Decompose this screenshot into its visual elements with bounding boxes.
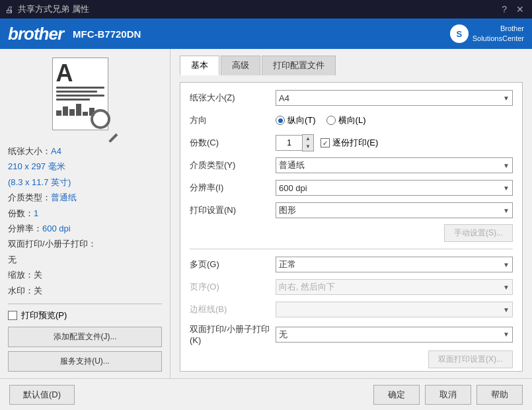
doc-line bbox=[56, 95, 104, 97]
multi-page-dropdown[interactable]: 正常 ▼ bbox=[276, 257, 513, 272]
paper-size-row: 纸张大小(Z) A4 ▼ bbox=[190, 89, 513, 106]
page-order-dropdown[interactable]: 向右, 然后向下 ▼ bbox=[276, 279, 513, 295]
duplex-dropdown[interactable]: 无 ▼ bbox=[276, 327, 513, 343]
doc-line bbox=[56, 91, 97, 93]
info-panel: 纸张大小：A4 210 x 297 毫米 (8.3 x 11.7 英寸) 介质类… bbox=[8, 144, 162, 298]
multi-page-control: 正常 ▼ bbox=[276, 257, 513, 272]
bottom-bar: 默认值(D) 确定 取消 帮助 bbox=[0, 378, 532, 410]
copies-up-button[interactable]: ▲ bbox=[303, 135, 313, 143]
orientation-row: 方向 纵向(T) 横向(L) bbox=[190, 112, 513, 129]
info-media-type: 介质类型：普通纸 bbox=[8, 190, 162, 205]
multi-page-row: 多页(G) 正常 ▼ bbox=[190, 256, 513, 273]
support-button[interactable]: 服务支持(U)... bbox=[8, 351, 162, 372]
resolution-dropdown[interactable]: 600 dpi ▼ bbox=[276, 180, 513, 196]
print-settings-dropdown[interactable]: 图形 ▼ bbox=[276, 202, 513, 218]
dropdown-arrow-icon: ▼ bbox=[503, 331, 510, 338]
dropdown-arrow-icon: ▼ bbox=[503, 207, 510, 214]
copies-control: ▲ ▼ 逐份打印(E) bbox=[276, 134, 513, 151]
paper-size-dropdown[interactable]: A4 ▼ bbox=[276, 90, 513, 106]
page-order-control: 向右, 然后向下 ▼ bbox=[276, 279, 513, 295]
dropdown-arrow-icon: ▼ bbox=[503, 261, 510, 268]
orientation-control: 纵向(T) 横向(L) bbox=[276, 114, 513, 126]
right-panel: 基本 高级 打印配置文件 纸张大小(Z) A4 ▼ bbox=[171, 49, 532, 378]
info-dimensions: 210 x 297 毫米 bbox=[8, 159, 162, 174]
header-logo: brother MFC-B7720DN bbox=[8, 24, 141, 44]
dropdown-arrow-icon: ▼ bbox=[503, 162, 510, 169]
dropdown-arrow-icon: ▼ bbox=[503, 95, 510, 102]
left-panel: A bbox=[0, 49, 171, 378]
print-preview-row[interactable]: 打印预览(P) bbox=[8, 309, 162, 321]
doc-line bbox=[56, 99, 90, 101]
left-buttons: 添加配置文件(J)... 服务支持(U)... bbox=[8, 327, 162, 372]
duplex-label: 双面打印/小册子打印(K) bbox=[190, 323, 276, 345]
border-control: ▼ bbox=[276, 302, 513, 317]
tabs: 基本 高级 打印配置文件 bbox=[180, 56, 523, 75]
copies-label: 份数(C) bbox=[190, 137, 276, 149]
page-order-label: 页序(O) bbox=[190, 281, 276, 293]
border-dropdown[interactable]: ▼ bbox=[276, 302, 513, 317]
doc-letter: A bbox=[56, 62, 104, 85]
dropdown-arrow-icon: ▼ bbox=[503, 284, 510, 291]
copies-input[interactable] bbox=[276, 135, 302, 151]
title-bar: 🖨 共享方式兄弟 属性 ? ✕ bbox=[0, 0, 532, 19]
page-order-row: 页序(O) 向右, 然后向下 ▼ bbox=[190, 278, 513, 296]
info-dimensions-in: (8.3 x 11.7 英寸) bbox=[8, 175, 162, 190]
copies-down-button[interactable]: ▼ bbox=[303, 143, 313, 151]
radio-landscape-label: 横向(L) bbox=[338, 114, 366, 126]
print-settings-label: 打印设置(N) bbox=[190, 204, 276, 216]
solutions-center[interactable]: S BrotherSolutionsCenter bbox=[450, 24, 524, 44]
duplex-settings-row: 双面打印设置(X)... bbox=[190, 350, 513, 368]
radio-portrait-label: 纵向(T) bbox=[287, 114, 316, 126]
printer-preview: A bbox=[8, 56, 162, 138]
help-bottom-button[interactable]: 帮助 bbox=[476, 385, 523, 405]
dropdown-arrow-icon: ▼ bbox=[503, 306, 510, 313]
logo-text: brother bbox=[8, 24, 63, 44]
copies-spinbox[interactable]: ▲ ▼ bbox=[276, 134, 315, 151]
radio-landscape[interactable]: 横向(L) bbox=[326, 114, 366, 126]
help-button[interactable]: ? bbox=[499, 4, 510, 15]
tab-advanced[interactable]: 高级 bbox=[221, 56, 260, 75]
media-type-dropdown[interactable]: 普通纸 ▼ bbox=[276, 157, 513, 173]
print-settings-row: 打印设置(N) 图形 ▼ bbox=[190, 202, 513, 219]
dropdown-arrow-icon: ▼ bbox=[503, 184, 510, 192]
print-settings-control: 图形 ▼ bbox=[276, 202, 513, 218]
media-type-label: 介质类型(Y) bbox=[190, 159, 276, 171]
title-bar-title: 共享方式兄弟 属性 bbox=[18, 3, 89, 15]
info-duplex-val: 无 bbox=[8, 252, 162, 267]
duplex-row: 双面打印/小册子打印(K) 无 ▼ bbox=[190, 323, 513, 345]
border-label: 边框线(B) bbox=[190, 304, 276, 315]
print-preview-checkbox[interactable] bbox=[8, 311, 17, 320]
close-button[interactable]: ✕ bbox=[513, 4, 527, 15]
default-button[interactable]: 默认值(D) bbox=[9, 385, 75, 405]
collate-checkbox[interactable] bbox=[321, 138, 330, 147]
info-resolution: 分辨率：600 dpi bbox=[8, 221, 162, 236]
radio-portrait[interactable]: 纵向(T) bbox=[276, 114, 316, 126]
paper-size-control: A4 ▼ bbox=[276, 90, 513, 106]
resolution-row: 分辨率(I) 600 dpi ▼ bbox=[190, 179, 513, 196]
radio-portrait-circle[interactable] bbox=[276, 116, 285, 125]
multi-page-label: 多页(G) bbox=[190, 259, 276, 270]
preview-document: A bbox=[52, 58, 118, 137]
title-bar-icon: 🖨 bbox=[5, 5, 14, 15]
tab-print-profile[interactable]: 打印配置文件 bbox=[262, 56, 336, 75]
info-duplex: 双面打印/小册子打印： bbox=[8, 236, 162, 251]
duplex-settings-button[interactable]: 双面打印设置(X)... bbox=[428, 350, 513, 368]
collate-label: 逐份打印(E) bbox=[332, 137, 378, 149]
tab-basic[interactable]: 基本 bbox=[180, 56, 219, 75]
chart-bar bbox=[83, 112, 88, 116]
doc-lines bbox=[56, 87, 104, 101]
solutions-label: BrotherSolutionsCenter bbox=[473, 24, 524, 44]
cancel-button[interactable]: 取消 bbox=[425, 385, 471, 405]
resolution-control: 600 dpi ▼ bbox=[276, 180, 513, 196]
ok-button[interactable]: 确定 bbox=[373, 385, 420, 405]
model-text: MFC-B7720DN bbox=[73, 28, 141, 40]
chart-bar bbox=[76, 104, 81, 116]
add-profile-button[interactable]: 添加配置文件(J)... bbox=[8, 327, 162, 347]
header-bar: brother MFC-B7720DN S BrotherSolutionsCe… bbox=[0, 19, 532, 49]
orientation-label: 方向 bbox=[190, 114, 276, 126]
radio-landscape-circle[interactable] bbox=[326, 116, 336, 125]
manual-settings-button[interactable]: 手动设置(S)... bbox=[444, 224, 513, 242]
chart-bar bbox=[63, 106, 68, 116]
collate-checkbox-row[interactable]: 逐份打印(E) bbox=[321, 137, 378, 149]
magnifier-circle bbox=[91, 109, 110, 129]
